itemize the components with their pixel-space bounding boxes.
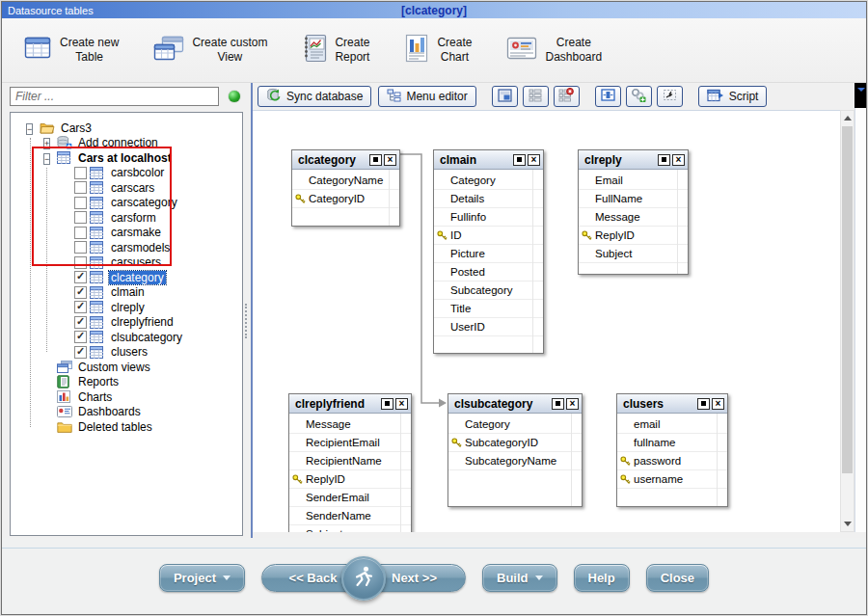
fit-width-button[interactable]: [595, 86, 621, 107]
chevron-down-icon[interactable]: [857, 88, 865, 95]
sync-database-button[interactable]: Sync database: [258, 86, 371, 107]
close-button[interactable]: ×: [395, 398, 408, 410]
minimize-button[interactable]: [697, 398, 710, 410]
field-row[interactable]: Picture: [434, 245, 543, 263]
field-row[interactable]: RecipientName: [289, 452, 411, 470]
diagram-canvas[interactable]: clcategory×CategoryNameCategoryIDclmain×…: [253, 110, 842, 532]
tree-item-cars3[interactable]: −Cars3: [11, 121, 242, 136]
field-row[interactable]: Subject: [579, 245, 688, 263]
tree-item-clreplyfriend[interactable]: clreplyfriend: [11, 315, 242, 331]
field-row[interactable]: CategoryName: [292, 172, 399, 190]
field-row[interactable]: Category: [434, 172, 543, 190]
table-header[interactable]: clmain×: [434, 150, 543, 170]
minimize-button[interactable]: [513, 154, 526, 166]
field-row[interactable]: ID: [434, 227, 543, 245]
checkbox[interactable]: [74, 301, 87, 313]
checkbox[interactable]: [74, 227, 87, 239]
tree-item-clreply[interactable]: clreply: [11, 300, 242, 315]
field-row[interactable]: ReplyID: [289, 470, 411, 489]
field-row[interactable]: fullname: [617, 434, 727, 452]
field-row[interactable]: email: [617, 415, 727, 434]
tree-item-clsubcategory[interactable]: clsubcategory: [11, 330, 242, 345]
field-row[interactable]: SenderEmail: [289, 489, 411, 507]
checkbox[interactable]: [74, 211, 87, 224]
project-button[interactable]: Project: [159, 564, 245, 592]
minimize-button[interactable]: [658, 154, 670, 166]
diagram-table-clsubcategory[interactable]: clsubcategory×CategorySubcategoryIDSubca…: [448, 393, 583, 507]
close-button[interactable]: ×: [672, 154, 685, 166]
field-row[interactable]: Fullinfo: [434, 208, 543, 227]
checkbox[interactable]: [74, 286, 87, 299]
table-header[interactable]: clreplyfriend×: [289, 394, 411, 414]
field-row[interactable]: password: [617, 452, 727, 470]
diagram-table-clreplyfriend[interactable]: clreplyfriend×MessageRecipientEmailRecip…: [288, 393, 412, 532]
tree-item-carscategory[interactable]: carscategory: [11, 196, 242, 211]
field-list-button[interactable]: [523, 86, 549, 107]
table-header[interactable]: clsubcategory×: [448, 394, 582, 414]
diagram-table-clusers[interactable]: clusers×emailfullnamepasswordusername: [616, 393, 728, 507]
field-row[interactable]: Email: [579, 172, 688, 190]
scroll-up-button[interactable]: [841, 111, 854, 125]
field-list-errors-button[interactable]: [554, 86, 580, 107]
create-new-table-button[interactable]: Create newTable: [23, 36, 119, 65]
filter-input[interactable]: [10, 87, 219, 106]
field-row[interactable]: FullName: [579, 190, 688, 208]
table-header[interactable]: clusers×: [617, 394, 727, 414]
checkbox[interactable]: [74, 346, 87, 359]
close-button[interactable]: ×: [384, 154, 396, 166]
create-custom-view-button[interactable]: Create customView: [153, 36, 267, 66]
collapse-icon[interactable]: −: [26, 123, 33, 135]
create-chart-button[interactable]: CreateChart: [404, 34, 472, 67]
create-dashboard-button[interactable]: CreateDashboard: [506, 36, 602, 65]
close-button[interactable]: ×: [566, 398, 579, 410]
tree-item-carsform[interactable]: carsform: [11, 210, 242, 226]
create-report-button[interactable]: CreateReport: [302, 34, 369, 67]
expand-icon[interactable]: +: [43, 138, 50, 149]
table-header[interactable]: clcategory×: [292, 150, 399, 170]
field-row[interactable]: CategoryID: [292, 190, 399, 208]
tree-item-cars-at-localhost[interactable]: −Cars at localhost: [11, 150, 242, 166]
panel-splitter[interactable]: [243, 87, 251, 536]
tree-item-carsbcolor[interactable]: carsbcolor: [11, 166, 242, 181]
field-row[interactable]: Subcategory: [434, 281, 543, 300]
checkbox[interactable]: [74, 256, 87, 269]
minimize-button[interactable]: [381, 398, 393, 410]
field-row[interactable]: Category: [448, 415, 582, 434]
tree-item-deleted-tables[interactable]: Deleted tables: [11, 419, 242, 435]
tree-item-carsmodels[interactable]: carsmodels: [11, 240, 242, 255]
vertical-scrollbar[interactable]: [840, 110, 854, 532]
tree-item-clusers[interactable]: clusers: [11, 345, 242, 361]
checkbox[interactable]: [74, 197, 87, 209]
checkbox[interactable]: [74, 241, 87, 254]
menu-editor-button[interactable]: Menu editor: [378, 86, 475, 107]
tree-item-custom-views[interactable]: Custom views: [11, 360, 242, 375]
tree-item-dashboards[interactable]: Dashboards: [11, 405, 242, 420]
field-row[interactable]: SubcategoryID: [448, 434, 582, 452]
field-row[interactable]: Details: [434, 190, 543, 208]
tree-item-add-connection[interactable]: +Add connection: [11, 136, 242, 151]
diagram-table-clreply[interactable]: clreply×EmailFullNameMessageReplyIDSubje…: [578, 149, 689, 275]
tree-item-clmain[interactable]: clmain: [11, 285, 242, 301]
add-relation-button[interactable]: [626, 86, 652, 107]
tree-item-clcategory[interactable]: clcategory: [11, 270, 242, 285]
tree-item-charts[interactable]: Charts: [11, 389, 242, 405]
checkbox[interactable]: [74, 331, 87, 343]
field-row[interactable]: Message: [579, 208, 688, 227]
table-header[interactable]: clreply×: [579, 150, 688, 170]
arrange-windows-button[interactable]: [492, 86, 518, 107]
field-row[interactable]: Posted: [434, 263, 543, 281]
tree-item-carscars[interactable]: carscars: [11, 180, 242, 196]
field-row[interactable]: SenderName: [289, 507, 411, 525]
diagram-table-clmain[interactable]: clmain×CategoryDetailsFullinfoIDPictureP…: [433, 149, 544, 354]
field-row[interactable]: Title: [434, 300, 543, 318]
minimize-button[interactable]: [552, 398, 564, 410]
checkbox[interactable]: [74, 181, 87, 194]
collapse-icon[interactable]: −: [43, 153, 50, 165]
help-button[interactable]: Help: [574, 564, 630, 592]
auto-position-button[interactable]: [657, 86, 683, 107]
checkbox[interactable]: [74, 167, 87, 179]
field-row[interactable]: UserID: [434, 318, 543, 336]
tree-item-reports[interactable]: Reports: [11, 375, 242, 390]
close-button[interactable]: ×: [528, 154, 540, 166]
field-row[interactable]: Subject: [289, 525, 411, 532]
